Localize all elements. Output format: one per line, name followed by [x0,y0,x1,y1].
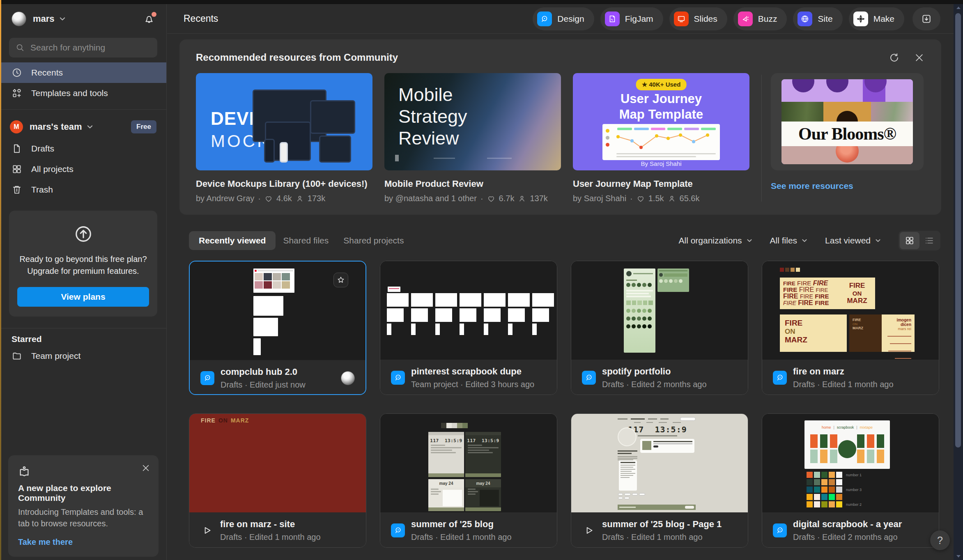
tab-recently-viewed[interactable]: Recently viewed [189,231,276,250]
see-more-link[interactable]: See more resources [771,181,924,191]
window-top-edge [0,0,963,4]
file-footer: fire on marz - site Drafts · Edited 1 mo… [189,512,366,548]
make-button[interactable]: Make [849,7,904,30]
filters: All organizations All files Last viewed [678,231,940,250]
product-label: Buzz [758,14,777,24]
resource-likes: 1.5k [648,194,664,203]
sidebar-item-label: Templates and tools [31,88,108,98]
swatch-grid: number 1 number 3 number 2 [807,472,862,507]
resource-author: by @natasha and 1 other [384,194,477,203]
file-card-digital-scrapbook[interactable]: home| scrapbook| mixtape [762,413,939,548]
user-name: mars [33,14,55,24]
file-card-summer-blog-page1[interactable]: 117 13:5:9 [571,413,748,548]
file-icon [11,143,22,154]
figjam-icon [605,11,620,26]
folder-icon [11,351,22,361]
sort-dropdown[interactable]: Last viewed [825,236,881,246]
close-banner-button[interactable] [141,464,150,473]
resource-card-mobile-product-review[interactable]: Mobile Strategy Review Mobile Product Re… [384,73,561,203]
search-bar[interactable] [9,38,157,57]
file-title: digital scrapbook - a year [793,519,902,530]
file-title: pinterest scrapbook dupe [411,366,534,377]
star-button[interactable] [333,273,348,287]
sidebar-item-templates-and-tools[interactable]: Templates and tools [0,83,166,103]
sidebar-item-drafts[interactable]: Drafts [0,138,166,159]
import-button[interactable] [912,7,940,30]
tab-shared-files[interactable]: Shared files [276,231,336,250]
file-card-pinterest-scrapbook[interactable]: pinterest scrapbook dupe Team project · … [380,261,557,395]
sidebar-item-all-projects[interactable]: All projects [0,159,166,179]
file-meta: Drafts · Edited 2 months ago [602,380,707,389]
sidebar-item-trash[interactable]: Trash [0,179,166,200]
resource-card-our-blooms[interactable]: Our Blooms® [771,73,924,170]
view-plans-button[interactable]: View plans [17,287,149,307]
product-label: Make [873,14,894,24]
banner-title: A new place to explore Community [18,483,149,503]
product-label: Slides [694,14,717,24]
close-recommended-icon[interactable] [914,52,925,63]
user-avatar[interactable] [11,11,26,26]
slides-button[interactable]: Slides [669,7,727,30]
recommended-title: Recommended resources from Community [196,52,398,63]
scrapbook-page: home| scrapbook| mixtape [804,420,890,469]
portfolio-page-small [657,269,689,292]
sidebar-item-team-project[interactable]: Team project [0,346,166,366]
file-footer: summer of '25 blog Drafts · Edited 1 mon… [380,512,557,548]
scroll-up-arrow[interactable] [956,7,961,9]
resource-title: User Journey Map Template [573,179,749,189]
buzz-button[interactable]: Buzz [733,7,787,30]
scroll-down-arrow[interactable] [956,555,961,558]
figma-design-icon [773,371,787,385]
list-view-icon [924,236,934,246]
file-thumbnail: 117 13:5:9 [571,414,748,512]
portfolio-page [624,269,655,353]
scrollbar-thumb[interactable] [955,13,961,448]
resource-card-user-journey-map[interactable]: ★ 40K+ Used User Journey Map Template [573,73,749,203]
figma-design-icon [391,523,405,537]
free-plan-badge: Free [131,120,156,133]
figjam-button[interactable]: FigJam [600,7,663,30]
collaborator-avatar [341,371,355,385]
blog-may-dark: may 24 [465,479,501,511]
blog-may-light: may 24 [428,479,464,511]
journey-chart [602,124,720,160]
banner-body: Introducing Templates and tools: a tab t… [18,506,149,529]
sidebar-nav: Recents Templates and tools [0,62,166,103]
product-label: Design [557,14,584,24]
figma-dashboard: mars Recents [0,0,963,560]
resource-title: Mobile Product Review [384,179,561,189]
search-input[interactable] [30,43,151,53]
sidebar-item-recents[interactable]: Recents [0,62,166,83]
tab-shared-projects[interactable]: Shared projects [336,231,411,250]
refresh-icon[interactable] [889,52,900,63]
slides-icon [674,11,689,26]
team-menu[interactable]: M mars's team Free [0,115,166,138]
resource-users: 137k [530,194,547,203]
figma-design-icon [391,371,405,385]
site-button[interactable]: Site [793,7,842,30]
file-card-fire-on-marz-site[interactable]: FIRE ON MARZ fire on marz - site Drafts … [189,413,366,548]
close-icon [141,464,150,473]
resource-likes: 6.7k [499,194,515,203]
file-card-spotify-portfolio[interactable]: spotify portfolio Drafts · Edited 2 mont… [571,261,748,395]
organizations-dropdown[interactable]: All organizations [678,236,752,246]
resource-meta: by Andrew Gray · 4.6k 173k [196,194,372,203]
file-card-summer-blog[interactable]: 117 13:5:9 117 13:5:9 may 24 [380,413,557,548]
resource-card-device-mockups[interactable]: DEVICE MOCKUPS Device Mockups Library (1… [196,73,372,203]
help-button[interactable]: ? [930,530,950,550]
files-dropdown[interactable]: All files [770,236,808,246]
scrollbar-track[interactable] [954,4,963,560]
resource-users: 65.6k [680,194,700,203]
grid-view-button[interactable] [900,232,919,249]
site-globe-icon [798,11,812,26]
palette-swatches [441,423,468,428]
user-menu[interactable]: mars [0,4,166,34]
file-thumbnail: FIRE FIRE FIRE FIRE FIRE FIRE FIRE FIRE … [762,261,939,360]
banner-link[interactable]: Take me there [18,537,149,547]
file-card-compclub-hub[interactable]: compclub hub 2.0 Drafts · Edited just no… [189,261,366,395]
starred-heading: Starred [0,334,166,344]
design-button[interactable]: Design [533,7,594,30]
list-view-button[interactable] [919,232,939,249]
file-card-fire-on-marz[interactable]: FIRE FIRE FIRE FIRE FIRE FIRE FIRE FIRE … [762,261,939,395]
notifications-button[interactable] [143,13,155,25]
